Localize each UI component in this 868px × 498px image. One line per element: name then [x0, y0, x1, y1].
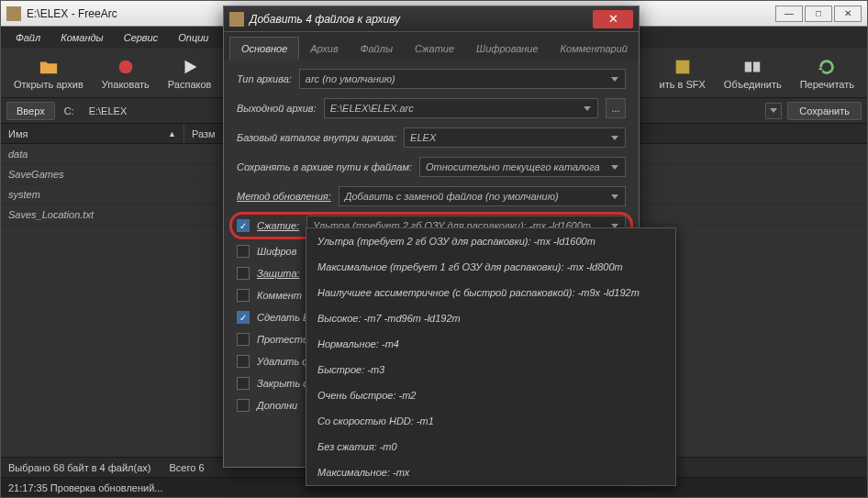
dropdown-option[interactable]: Нормальное: -m4	[306, 331, 675, 357]
compression-label[interactable]: Сжатие:	[257, 220, 299, 231]
close-button[interactable]: ✕	[834, 6, 862, 22]
comment-checkbox[interactable]	[237, 289, 250, 302]
sfx-icon	[673, 57, 693, 77]
savepath-label: Сохранять в архиве пути к файлам:	[237, 161, 412, 172]
path-dropdown[interactable]	[765, 103, 782, 119]
base-select[interactable]: ELEX	[404, 127, 626, 148]
close-checkbox[interactable]	[237, 377, 250, 390]
tab-main[interactable]: Основное	[229, 37, 299, 60]
base-label: Базовый каталог внутри архива:	[237, 132, 396, 143]
tab-encryption[interactable]: Шифрование	[465, 38, 550, 60]
dropdown-option[interactable]: Максимальное (требует 1 гб ОЗУ для распа…	[306, 254, 675, 280]
dropdown-option[interactable]: Высокое: -m7 -md96m -ld192m	[306, 305, 675, 331]
update-status: 21:17:35 Проверка обновлений...	[8, 482, 162, 493]
savepath-select[interactable]: Относительно текущего каталога	[419, 157, 626, 177]
test-checkbox[interactable]	[237, 333, 250, 346]
dialog-icon	[229, 12, 244, 27]
svg-point-0	[119, 60, 133, 73]
drive-crumb[interactable]: C:	[61, 105, 78, 116]
selection-status: Выбрано 68 байт в 4 файл(ах)	[8, 462, 150, 473]
menu-commands[interactable]: Команды	[51, 28, 113, 47]
menu-options[interactable]: Опции	[169, 28, 217, 47]
type-select[interactable]: arc (по умолчанию)	[299, 69, 626, 89]
dropdown-option[interactable]: Очень быстрое: -m2	[306, 382, 675, 408]
record-icon	[116, 57, 136, 77]
menu-file[interactable]: Файл	[6, 28, 50, 47]
minimize-button[interactable]: —	[775, 6, 803, 22]
dropdown-option[interactable]: Максимальное: -mx	[306, 459, 675, 485]
delete-checkbox[interactable]	[237, 355, 250, 368]
total-status: Всего 6	[169, 462, 204, 473]
open-archive-button[interactable]: Открыть архив	[6, 53, 91, 94]
save-path-button[interactable]: Сохранить	[787, 102, 862, 120]
encrypt-checkbox[interactable]	[237, 245, 250, 258]
sfx-button[interactable]: ить в SFX	[652, 53, 713, 94]
exe-checkbox[interactable]	[237, 311, 250, 324]
svg-rect-2	[745, 61, 751, 72]
merge-icon	[742, 57, 762, 77]
pack-button[interactable]: Упаковать	[95, 53, 157, 94]
extra-checkbox[interactable]	[237, 399, 250, 412]
col-size[interactable]: Разм	[184, 124, 224, 143]
main-title-text: E:\ELEX - FreeArc	[27, 7, 117, 20]
menu-service[interactable]: Сервис	[115, 28, 168, 47]
extra-label: Дополни	[257, 400, 297, 411]
col-name[interactable]: Имя ▲	[1, 124, 184, 143]
compression-dropdown: Ультра (требует 2 гб ОЗУ для распаковки)…	[306, 227, 676, 486]
protect-checkbox[interactable]	[237, 267, 250, 280]
dialog-close-button[interactable]: ✕	[593, 10, 633, 28]
dialog-titlebar[interactable]: Добавить 4 файлов к архиву ✕	[224, 6, 639, 32]
sort-asc-icon: ▲	[168, 129, 176, 138]
close-label: Закрыть с	[257, 378, 308, 389]
update-select[interactable]: Добавить с заменой файлов (по умолчанию)	[339, 186, 626, 206]
tab-archive[interactable]: Архив	[299, 38, 349, 60]
merge-button[interactable]: Объединить	[717, 53, 789, 94]
output-label: Выходной архив:	[237, 103, 317, 114]
encrypt-label: Шифров	[257, 246, 296, 257]
play-icon	[180, 57, 200, 77]
folder-icon	[39, 57, 59, 77]
type-label: Тип архива:	[237, 73, 292, 84]
dropdown-option[interactable]: Наилучшее ассиметричное (с быстрой распа…	[306, 280, 675, 305]
output-select[interactable]: E:\ELEX\ELEX.arc	[324, 98, 598, 118]
unpack-button[interactable]: Распаков	[161, 53, 219, 94]
dropdown-option[interactable]: Без сжатия: -m0	[306, 434, 675, 459]
tab-comment[interactable]: Комментарий	[550, 38, 639, 60]
delete-label: Удалить ф	[257, 356, 311, 367]
comment-label: Коммент	[257, 290, 302, 301]
dropdown-option[interactable]: Быстрое: -m3	[306, 357, 675, 382]
tab-compression[interactable]: Сжатие	[404, 38, 465, 60]
protect-label[interactable]: Защита:	[257, 268, 300, 279]
reload-icon	[817, 57, 837, 77]
exe-label: Сделать E	[257, 312, 309, 323]
dropdown-option[interactable]: Ультра (требует 2 гб ОЗУ для распаковки)…	[306, 228, 675, 254]
app-icon	[6, 6, 21, 21]
svg-rect-3	[753, 61, 760, 72]
dialog-tabs: Основное Архив Файлы Сжатие Шифрование К…	[224, 32, 639, 60]
maximize-button[interactable]: □	[805, 6, 832, 22]
tab-files[interactable]: Файлы	[350, 38, 404, 60]
browse-button[interactable]: ...	[606, 98, 626, 118]
update-label[interactable]: Метод обновления:	[237, 191, 331, 202]
up-button[interactable]: Вверх	[6, 102, 55, 120]
svg-rect-1	[675, 60, 689, 73]
reload-button[interactable]: Перечитать	[793, 53, 862, 94]
dropdown-option[interactable]: Со скоростью HDD: -m1	[306, 408, 675, 434]
compression-checkbox[interactable]	[237, 219, 250, 232]
dialog-title-text: Добавить 4 файлов к архиву	[250, 13, 400, 26]
test-label: Протести	[257, 334, 308, 345]
